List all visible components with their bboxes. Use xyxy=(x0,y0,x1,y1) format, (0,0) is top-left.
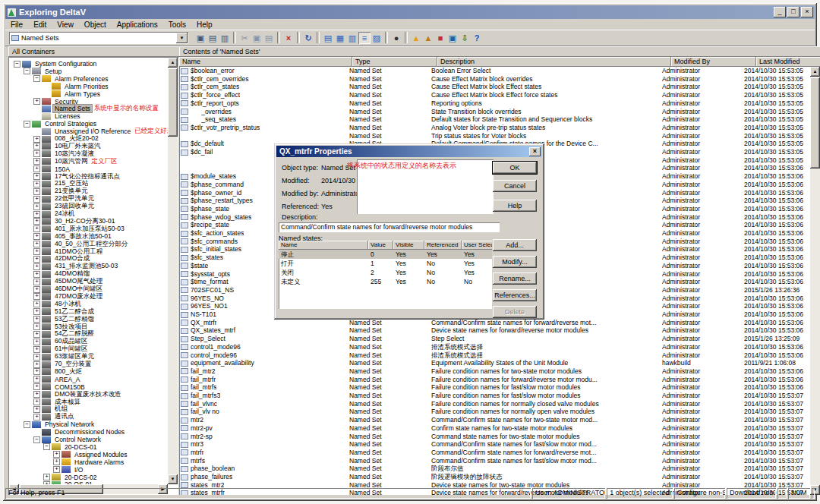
tree-scroll-thumb[interactable] xyxy=(168,68,178,137)
column-header-description[interactable]: Description xyxy=(437,57,671,67)
tree-item[interactable]: −System Configuration xyxy=(9,60,98,68)
delete-button[interactable]: Delete xyxy=(493,306,537,318)
list-scroll-thumb[interactable] xyxy=(810,77,820,169)
cancel-button[interactable]: Cancel xyxy=(493,180,537,192)
tree-item[interactable]: Decommissioned Nodes xyxy=(9,428,126,436)
tree-item[interactable]: +Assigned Modules xyxy=(9,451,128,458)
tree-item-label[interactable]: System Configuration xyxy=(33,60,98,68)
help-icon[interactable]: ? xyxy=(471,32,483,44)
table-row[interactable]: $boolean_errorNamed SetBoolean Error Sel… xyxy=(179,67,810,75)
expand-icon[interactable]: + xyxy=(33,383,40,390)
expand-icon[interactable]: + xyxy=(33,196,40,203)
table-row[interactable]: Named SetTrip status states for Voter bl… xyxy=(179,132,810,140)
tree-item[interactable]: Alarm Types xyxy=(9,90,102,98)
named-state-row[interactable]: 停止0YesYesYes xyxy=(279,250,492,259)
expand-icon[interactable]: + xyxy=(53,451,60,458)
expand-icon[interactable]: + xyxy=(33,398,40,405)
scroll-up-icon[interactable]: ▲ xyxy=(168,58,178,68)
list-view-icon[interactable]: ▥ xyxy=(346,32,358,44)
expand-icon[interactable]: + xyxy=(33,376,40,383)
expand-icon[interactable]: + xyxy=(33,301,40,307)
exchange-icon[interactable]: ■ xyxy=(434,32,446,44)
expand-icon[interactable]: + xyxy=(33,308,40,315)
column-header-type[interactable]: Type xyxy=(352,57,437,67)
scroll-down-icon[interactable]: ▼ xyxy=(168,474,178,484)
collapse-icon[interactable]: − xyxy=(14,61,20,68)
table-row[interactable]: $ctlr_cem_statesNamed SetCause Effect Ma… xyxy=(179,83,810,91)
minimize-button[interactable]: _ xyxy=(774,7,786,17)
table-row[interactable]: $ctlr_votr_pretrip_statusNamed SetAnalog… xyxy=(179,124,810,132)
tree-item-label[interactable]: I/O xyxy=(73,466,84,474)
tree-item[interactable]: −Physical Network xyxy=(9,421,96,428)
expand-icon[interactable]: + xyxy=(33,181,40,187)
details-view-icon[interactable]: ≡ xyxy=(358,32,371,44)
tree-item-label[interactable]: Physical Network xyxy=(43,421,96,428)
states-column-header-name[interactable]: Name xyxy=(279,241,368,250)
large-icons-view-icon[interactable]: ▤ xyxy=(322,32,334,44)
total-explorer-icon[interactable]: ▤ xyxy=(207,32,219,44)
tree-item-label[interactable]: Control Strategies xyxy=(43,120,98,128)
alarm-types-icon[interactable]: ▲ xyxy=(422,32,434,44)
tree-item[interactable]: +AREA_A xyxy=(9,376,82,383)
tree-item-label[interactable]: Alarm Types xyxy=(63,90,102,98)
expand-icon[interactable]: + xyxy=(33,316,40,323)
collapse-icon[interactable]: − xyxy=(43,443,50,450)
tree-item-label[interactable]: Hardware Alarms xyxy=(73,458,125,466)
expand-icon[interactable]: + xyxy=(33,248,40,255)
expand-icon[interactable]: + xyxy=(33,346,40,353)
expand-icon[interactable]: + xyxy=(33,323,40,330)
user-explorer-icon[interactable]: ▥ xyxy=(219,32,231,44)
small-icons-view-icon[interactable]: ▦ xyxy=(334,32,346,44)
tree-item-label[interactable]: AREA_A xyxy=(53,376,82,383)
table-row[interactable]: fail_mtrfs3Named SetFailure condition na… xyxy=(179,392,810,400)
expand-icon[interactable]: + xyxy=(33,279,40,285)
tree-item[interactable]: −20-DCS-01 xyxy=(9,443,99,451)
copy-icon[interactable]: ▣ xyxy=(251,32,263,44)
expand-icon[interactable]: + xyxy=(33,173,40,180)
help-button[interactable]: Help xyxy=(493,200,537,212)
table-row[interactable]: control_mode96Named Set排渣系统模式选择Administr… xyxy=(179,351,810,360)
table-row[interactable]: fail_mtrfrNamed SetFailure condition nam… xyxy=(179,376,810,384)
tree-item[interactable]: Alarm Priorities xyxy=(9,83,110,90)
expand-icon[interactable]: + xyxy=(33,263,40,270)
table-row[interactable]: _seq_statesNamed SetDefault states for S… xyxy=(179,115,810,124)
tree-item[interactable]: +800_火炬 xyxy=(9,368,84,376)
expand-icon[interactable]: + xyxy=(33,233,40,240)
expand-icon[interactable]: + xyxy=(33,414,40,421)
table-row[interactable]: fail_mtr2Named SetFailure condition name… xyxy=(179,367,810,376)
description-input[interactable]: Command/Confirm state names for forward/… xyxy=(279,222,500,232)
tree-item-label[interactable]: Decommissioned Nodes xyxy=(53,428,126,436)
expand-icon[interactable]: + xyxy=(33,158,40,165)
table-row[interactable]: control1_mode96Named Set排渣系统模式选择Administ… xyxy=(179,343,810,351)
expand-icon[interactable]: + xyxy=(33,391,40,398)
modify-button[interactable]: Modify... xyxy=(493,256,537,268)
security-icon[interactable]: ● xyxy=(390,32,402,44)
list-vertical-scrollbar[interactable]: ▲ ▼ xyxy=(810,67,820,495)
table-row[interactable]: QX_mtrfrNamed SetCommand/Confirm state n… xyxy=(179,319,810,327)
table-row[interactable]: phase_failuresNamed Set阶段逻辑模块的故障状态Admini… xyxy=(179,473,810,481)
states-column-header-value[interactable]: Value xyxy=(368,241,393,250)
collapse-icon[interactable]: − xyxy=(33,436,40,443)
diskette-icon[interactable]: ▣ xyxy=(446,32,459,44)
tree-item[interactable]: +成本核算 xyxy=(9,398,82,406)
expand-icon[interactable]: + xyxy=(33,271,40,278)
column-header-modified-by[interactable]: Modified By xyxy=(671,57,756,67)
table-row[interactable]: $ctlr_report_optsNamed SetReporting opti… xyxy=(179,99,810,108)
expand-icon[interactable]: + xyxy=(33,188,40,195)
tree-item-label[interactable]: Alarm Priorities xyxy=(63,83,110,90)
update-icon[interactable]: ↻ xyxy=(302,32,314,44)
table-row[interactable]: mtrfrNamed SetCommand/Confirm state name… xyxy=(179,449,810,457)
table-row[interactable]: mtr3Named SetCommand/Confirm state names… xyxy=(179,440,810,449)
add-button[interactable]: Add... xyxy=(493,239,537,251)
tree-item[interactable]: −Control Network xyxy=(9,436,102,443)
tree-vertical-scrollbar[interactable]: ▲ ▼ xyxy=(168,58,178,484)
tree-item-label[interactable]: Security xyxy=(53,98,80,106)
menu-item-applications[interactable]: Applications xyxy=(112,20,163,30)
tree-item-label[interactable]: 20-DCS-02 xyxy=(63,474,99,481)
tree-item[interactable]: −Control Strategies xyxy=(9,120,98,128)
tree-item-label[interactable]: Named Sets xyxy=(53,105,92,112)
expand-icon[interactable]: + xyxy=(33,293,40,300)
menu-item-object[interactable]: Object xyxy=(79,20,112,30)
expand-icon[interactable]: + xyxy=(33,286,40,293)
references-button[interactable]: References... xyxy=(493,289,537,301)
